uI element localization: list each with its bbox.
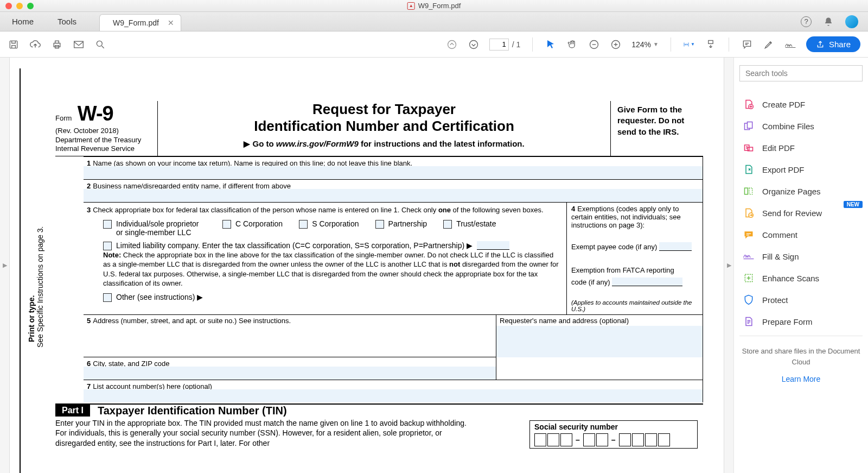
svg-rect-2 <box>55 41 59 43</box>
document-tab[interactable]: W9_Form.pdf ✕ <box>99 14 181 31</box>
checkbox-individual[interactable]: Individual/sole proprietor or single-mem… <box>103 219 206 237</box>
highlight-icon[interactable] <box>763 39 775 51</box>
document-viewport[interactable]: Print or type. See Specific Instructions… <box>10 58 724 473</box>
tool-combine-files[interactable]: Combine Files <box>739 115 863 137</box>
zoom-in-icon[interactable] <box>610 39 622 51</box>
right-panel-toggle[interactable]: ▶ <box>724 58 733 473</box>
page-down-icon[interactable] <box>468 39 480 51</box>
checkbox-trust-estate[interactable]: Trust/estate <box>443 219 496 237</box>
close-tab-icon[interactable]: ✕ <box>168 18 174 27</box>
checkbox-other[interactable]: Other (see instructions) ▶ <box>87 291 563 304</box>
part-1-header: Part I Taxpayer Identification Number (T… <box>55 403 703 417</box>
search-tools-input[interactable] <box>739 65 863 81</box>
form-line-6: 6City, state, and ZIP code <box>84 357 496 380</box>
ssn-box: Social security number – – <box>529 420 698 449</box>
vert-print-or-type: Print or type. <box>27 201 36 342</box>
main-toolbar: / 1 124%▼ ▼ Share <box>0 31 868 58</box>
svg-rect-1 <box>54 43 60 47</box>
form-line-7: 7List account number(s) here (optional) <box>84 380 703 402</box>
form-line-1: 1Name (as shown on your income tax retur… <box>84 156 703 179</box>
share-button[interactable]: Share <box>806 36 860 52</box>
form-header: Form W-9 (Rev. October 2018) Department … <box>55 101 703 156</box>
svg-point-5 <box>97 41 102 46</box>
tool-protect[interactable]: Protect <box>739 289 863 311</box>
signature-icon[interactable] <box>784 39 796 51</box>
checkbox-c-corp[interactable]: C Corporation <box>222 219 283 237</box>
window-title-text: W9_Form.pdf <box>418 2 461 10</box>
tool-comment[interactable]: Comment <box>739 224 863 245</box>
form-line-5: 5Address (number, street, and apt. or su… <box>84 315 496 357</box>
left-panel-toggle[interactable]: ▶ <box>0 58 10 473</box>
document-tab-label: W9_Form.pdf <box>113 18 159 27</box>
save-icon[interactable] <box>8 39 20 51</box>
tools-tab[interactable]: Tools <box>46 12 88 31</box>
tool-create-pdf[interactable]: Create PDF <box>739 93 863 115</box>
vert-see-instructions: See Specific Instructions on page 3. <box>36 152 44 348</box>
hand-tool-icon[interactable] <box>566 39 578 51</box>
svg-rect-4 <box>74 41 84 48</box>
cloud-message: Store and share files in the Document Cl… <box>739 346 863 367</box>
email-icon[interactable] <box>73 39 85 51</box>
svg-rect-0 <box>10 41 17 48</box>
new-badge: NEW <box>844 201 863 208</box>
minimize-window-button[interactable] <box>16 3 23 9</box>
svg-rect-13 <box>748 122 752 129</box>
selection-tool-icon[interactable] <box>545 39 557 51</box>
page-total-label: / 1 <box>512 40 521 49</box>
tool-prepare-form[interactable]: Prepare Form <box>739 311 863 332</box>
svg-point-7 <box>469 40 477 48</box>
svg-rect-17 <box>749 188 752 194</box>
close-window-button[interactable] <box>5 3 12 9</box>
svg-rect-10 <box>709 40 713 43</box>
svg-point-6 <box>448 40 456 48</box>
tool-organize-pages[interactable]: Organize Pages <box>739 180 863 202</box>
home-tab[interactable]: Home <box>0 12 46 31</box>
pdf-file-icon: ▲ <box>407 2 415 10</box>
page-current-input[interactable] <box>489 39 509 51</box>
tool-fill-sign[interactable]: Fill & Sign <box>739 245 863 267</box>
print-icon[interactable] <box>51 39 63 51</box>
svg-rect-14 <box>745 145 749 150</box>
tool-send-for-review[interactable]: Send for ReviewNEW <box>739 202 863 224</box>
page-up-icon[interactable] <box>446 39 458 51</box>
tabs-row: Home Tools W9_Form.pdf ✕ ? <box>0 12 868 31</box>
requester-address: Requester's name and address (optional) <box>496 315 703 357</box>
cloud-upload-icon[interactable] <box>29 39 41 51</box>
fit-width-icon[interactable]: ▼ <box>683 39 695 51</box>
checkbox-partnership[interactable]: Partnership <box>375 219 427 237</box>
tin-paragraph: Enter your TIN in the appropriate box. T… <box>55 417 468 450</box>
zoom-out-icon[interactable] <box>588 39 600 51</box>
learn-more-link[interactable]: Learn More <box>739 375 863 383</box>
tool-enhance-scans[interactable]: Enhance Scans <box>739 267 863 289</box>
form-line-2: 2Business name/disregarded entity name, … <box>84 179 703 202</box>
share-label: Share <box>829 40 851 49</box>
tool-edit-pdf[interactable]: Edit PDF <box>739 137 863 159</box>
traffic-lights <box>5 3 34 9</box>
find-icon[interactable] <box>94 39 106 51</box>
zoom-value[interactable]: 124%▼ <box>631 40 659 49</box>
zoom-window-button[interactable] <box>27 3 34 9</box>
tools-panel: Create PDF Combine Files Edit PDF Export… <box>733 58 868 473</box>
account-avatar[interactable] <box>845 15 858 28</box>
form-line-4: 4Exemptions (codes apply only to certain… <box>567 203 703 314</box>
checkbox-s-corp[interactable]: S Corporation <box>299 219 359 237</box>
form-line-3: 3Check appropriate box for federal tax c… <box>84 203 567 314</box>
svg-rect-16 <box>745 188 748 194</box>
help-icon[interactable]: ? <box>801 16 812 27</box>
scroll-mode-icon[interactable] <box>705 39 717 51</box>
notifications-icon[interactable] <box>824 17 833 27</box>
window-title-bar: ▲ W9_Form.pdf <box>0 0 868 12</box>
tool-export-pdf[interactable]: Export PDF <box>739 159 863 180</box>
sticky-note-icon[interactable] <box>741 39 753 51</box>
checkbox-llc[interactable]: Limited liability company. Enter the tax… <box>87 238 563 250</box>
window-title: ▲ W9_Form.pdf <box>407 2 461 10</box>
page-indicator: / 1 <box>489 39 521 51</box>
